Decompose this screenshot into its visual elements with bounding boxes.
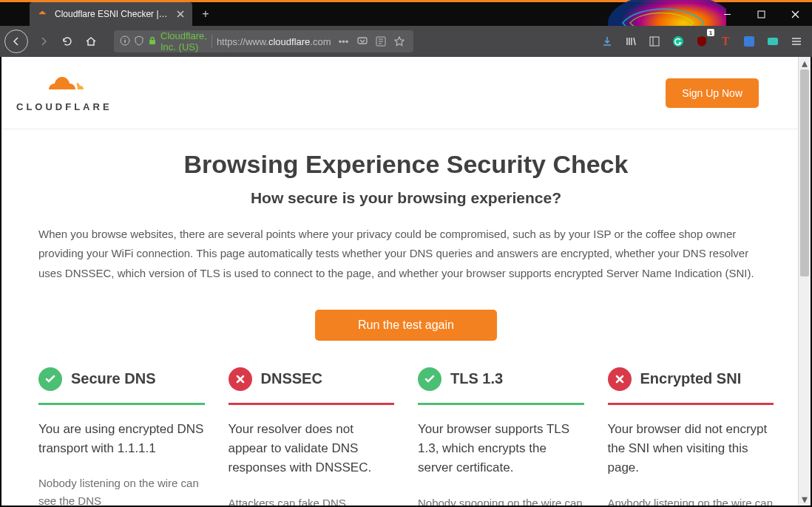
page-title: Browsing Experience Security Check	[38, 150, 774, 179]
card-title: DNSSEC	[261, 370, 322, 387]
address-bar[interactable]: Cloudflare, Inc. (US) https://www.cloudf…	[114, 30, 413, 52]
card-title: Secure DNS	[71, 370, 156, 387]
results-row: Secure DNSYou are using encrypted DNS tr…	[38, 367, 774, 506]
extension-blue-icon[interactable]	[738, 30, 760, 52]
check-icon	[418, 367, 441, 391]
card-summary: Your resolver does not appear to validat…	[229, 420, 395, 478]
tab-strip: Cloudflare ESNI Checker | Clou +	[0, 2, 812, 26]
reader-mode-icon[interactable]	[373, 33, 389, 50]
close-window-button[interactable]	[778, 2, 812, 26]
card-divider	[229, 403, 395, 405]
result-card: DNSSECYour resolver does not appear to v…	[229, 367, 395, 506]
site-header: CLOUDFLARE Sign Up Now	[1, 57, 811, 129]
scroll-down-button[interactable]: ▾	[799, 493, 811, 506]
logo-text: CLOUDFLARE	[16, 101, 112, 112]
url-text: https://www.cloudflare.com	[217, 36, 331, 47]
card-divider	[38, 403, 205, 405]
card-title: TLS 1.3	[450, 370, 503, 387]
result-card: Encrypted SNIYour browser did not encryp…	[608, 367, 774, 506]
browser-tab[interactable]: Cloudflare ESNI Checker | Clou	[30, 2, 192, 26]
sidebar-icon[interactable]	[643, 30, 666, 52]
result-card: Secure DNSYou are using encrypted DNS tr…	[38, 367, 205, 506]
extension-ublock-icon[interactable]: 1	[691, 30, 713, 52]
check-icon	[38, 367, 62, 391]
maximize-button[interactable]	[744, 2, 778, 26]
card-divider	[418, 403, 584, 405]
cloudflare-favicon-icon	[37, 7, 49, 21]
cloudflare-cloud-icon	[42, 73, 87, 98]
intro-text: When you browse websites, there are seve…	[38, 225, 774, 283]
card-divider	[608, 403, 774, 405]
svg-rect-1	[758, 11, 765, 18]
downloads-icon[interactable]	[596, 30, 618, 52]
hamburger-menu-icon[interactable]	[785, 30, 808, 52]
run-test-button[interactable]: Run the test again	[315, 310, 497, 341]
tracking-protection-icon[interactable]	[134, 35, 144, 48]
lock-icon	[148, 36, 157, 47]
svg-rect-3	[149, 40, 155, 44]
extension-t-icon[interactable]: T	[714, 30, 737, 52]
card-summary: Your browser did not encrypt the SNI whe…	[608, 420, 774, 478]
identity-text: Cloudflare, Inc. (US)	[160, 30, 207, 52]
page-subtitle: How secure is your browsing experience?	[38, 189, 774, 207]
cloudflare-logo[interactable]: CLOUDFLARE	[16, 73, 112, 112]
tab-title: Cloudflare ESNI Checker | Clou	[55, 9, 169, 19]
info-icon[interactable]	[120, 35, 130, 48]
minimize-button[interactable]	[710, 2, 744, 26]
cross-icon	[229, 367, 252, 391]
extension-grammarly-icon[interactable]	[667, 30, 689, 52]
card-title: Encrypted SNI	[640, 370, 742, 387]
card-detail: Attackers can fake DNS responses for dom…	[229, 494, 395, 506]
vertical-scrollbar[interactable]: ▴ ▾	[798, 57, 811, 506]
addr-divider	[212, 35, 212, 48]
scroll-up-button[interactable]: ▴	[799, 57, 811, 69]
tab-close-icon[interactable]	[175, 8, 186, 20]
extension-teal-icon[interactable]	[762, 30, 784, 52]
svg-rect-9	[768, 38, 778, 45]
card-detail: Nobody snooping on the wire can see the …	[418, 494, 584, 506]
cross-icon	[608, 367, 632, 391]
library-icon[interactable]	[620, 30, 642, 52]
card-detail: Nobody listening on the wire can see the…	[38, 474, 205, 506]
browser-toolbar: Cloudflare, Inc. (US) https://www.cloudf…	[0, 26, 812, 57]
forward-button[interactable]	[33, 30, 55, 52]
result-card: TLS 1.3Your browser supports TLS 1.3, wh…	[418, 367, 584, 506]
back-button[interactable]	[4, 30, 28, 53]
svg-rect-8	[744, 36, 754, 47]
card-detail: Anybody listening on the wire can see th…	[608, 494, 774, 506]
bookmark-star-icon[interactable]	[391, 33, 407, 50]
reload-button[interactable]	[56, 30, 78, 52]
scrollbar-thumb[interactable]	[800, 69, 809, 276]
svg-rect-6	[650, 37, 659, 46]
card-summary: Your browser supports TLS 1.3, which enc…	[418, 420, 584, 478]
page-viewport: CLOUDFLARE Sign Up Now Browsing Experien…	[1, 57, 811, 506]
sign-up-button[interactable]: Sign Up Now	[666, 78, 759, 108]
page-actions-icon[interactable]: •••	[336, 33, 352, 50]
card-summary: You are using encrypted DNS transport wi…	[38, 420, 205, 459]
home-button[interactable]	[80, 30, 102, 52]
new-tab-button[interactable]: +	[195, 2, 216, 26]
pocket-icon[interactable]	[354, 33, 371, 50]
